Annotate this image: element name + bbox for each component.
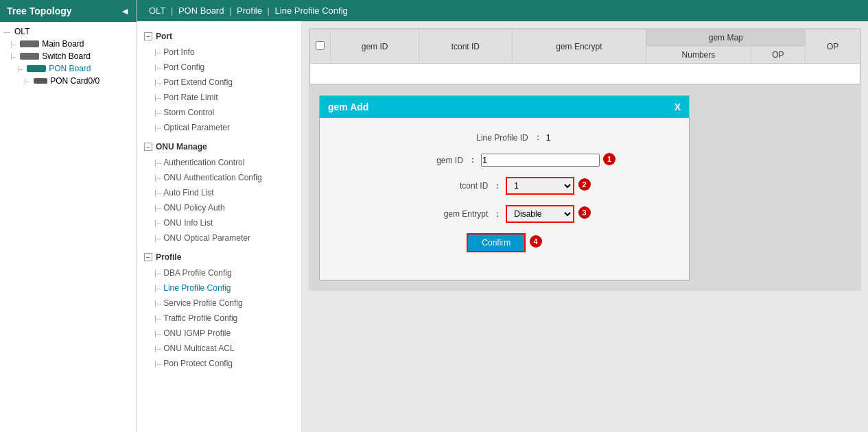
menu-item-service-profile[interactable]: Service Profile Config — [137, 296, 301, 311]
step-badge-2: 2 — [578, 178, 591, 191]
menu-item-port-info[interactable]: Port Info — [137, 45, 301, 60]
menu-item-storm-control[interactable]: Storm Control — [137, 105, 301, 120]
profile-collapse-icon: − — [144, 253, 152, 261]
modal-box: gem Add X Line Profile ID ： 1 — [319, 95, 690, 280]
confirm-button[interactable]: Confirm — [467, 233, 526, 252]
table-select-all-header — [310, 29, 331, 64]
tcont-id-select-wrap: 1 2 3 2 — [506, 177, 590, 195]
menu-item-pon-protect-config[interactable]: Pon Protect Config — [137, 356, 301, 371]
pon-board-label: PON Board — [49, 64, 91, 73]
modal-area: ForoISP gem Add X Line Pro — [309, 85, 861, 291]
profile-group-label: Profile — [156, 252, 181, 262]
tree-item-main-board[interactable]: |– Main Board — [0, 38, 137, 50]
pon-card-label: PON Card0/0 — [50, 76, 99, 86]
menu-item-dba-profile[interactable]: DBA Profile Config — [137, 265, 301, 280]
gem-id-colon: ： — [469, 154, 477, 166]
modal-wrapper: ForoISP gem Add X Line Pro — [319, 95, 851, 280]
sidebar-title: Tree Topology — [7, 5, 72, 16]
breadcrumb-olt: OLT — [149, 5, 165, 16]
select-all-checkbox[interactable] — [316, 41, 325, 50]
breadcrumb-sep-3: | — [268, 5, 272, 16]
menu-group-profile[interactable]: − Profile — [137, 249, 301, 265]
th-gem-encrypt: gem Encrypt — [512, 29, 646, 64]
tree-line-card: |– — [24, 77, 30, 85]
gem-entrypt-label: gem Entrypt — [418, 209, 493, 219]
step-badge-3: 3 — [578, 206, 591, 219]
menu-item-port-extend-config[interactable]: Port Extend Config — [137, 75, 301, 90]
menu-group-port[interactable]: − Port — [137, 28, 301, 45]
menu-item-onu-info-list[interactable]: ONU Info List — [137, 215, 301, 230]
olt-label: OLT — [14, 27, 30, 36]
breadcrumb-current: Line Profile Config — [275, 5, 348, 16]
menu-item-port-rate-limit[interactable]: Port Rate Limit — [137, 90, 301, 105]
left-menu: − Port Port Info Port Config Port Extend… — [137, 21, 302, 432]
confirm-button-wrap: Confirm 4 — [467, 233, 541, 252]
breadcrumb-sep-1: | — [171, 5, 176, 16]
th-gem-id: gem ID — [331, 29, 419, 64]
menu-item-auto-find-list[interactable]: Auto Find List — [137, 185, 301, 200]
tree-item-switch-board[interactable]: |– Switch Board — [0, 50, 137, 62]
sidebar-tree: — OLT |– Main Board |– Switch Board |– P… — [0, 22, 137, 432]
tcont-id-label: tcont ID — [418, 181, 493, 191]
menu-item-optical-parameter[interactable]: Optical Parameter — [137, 120, 301, 135]
modal-close-button[interactable]: X — [675, 101, 681, 112]
th-op: OP — [806, 29, 860, 64]
th-gem-map-numbers: Numbers — [646, 47, 751, 64]
menu-item-line-profile[interactable]: Line Profile Config — [137, 280, 301, 296]
menu-group-onu-manage[interactable]: − ONU Manage — [137, 139, 301, 155]
tcont-id-select[interactable]: 1 2 3 — [506, 177, 574, 195]
gem-entrypt-select[interactable]: Disable Enable — [506, 205, 574, 223]
gem-entrypt-row: gem Entrypt ： Disable Enable 3 — [340, 205, 668, 223]
breadcrumb-pon-board: PON Board — [178, 5, 224, 16]
main-content: OLT | PON Board | Profile | Line Profile… — [137, 0, 868, 432]
menu-item-onu-optical-param[interactable]: ONU Optical Parameter — [137, 230, 301, 245]
switch-board-label: Switch Board — [42, 51, 91, 61]
onu-manage-group-label: ONU Manage — [156, 142, 207, 152]
data-table-container: gem ID tcont ID gem Encrypt gem Map OP N… — [309, 28, 861, 85]
sidebar-header: Tree Topology ◄ — [0, 0, 137, 22]
menu-item-onu-auth-config[interactable]: ONU Authentication Config — [137, 170, 301, 185]
gem-id-input-wrap: 1 — [481, 154, 615, 167]
step-badge-4: 4 — [530, 235, 542, 248]
tree-line-main: |– — [10, 40, 16, 48]
breadcrumb-profile: Profile — [237, 5, 262, 16]
line-profile-value: 1 — [546, 133, 551, 143]
line-profile-row: Line Profile ID ： 1 — [340, 132, 668, 143]
modal-title-text: gem Add — [328, 101, 368, 112]
tree-item-olt[interactable]: — OLT — [0, 25, 137, 38]
content-area: − Port Port Info Port Config Port Extend… — [137, 21, 868, 432]
tree-line-switch: |– — [10, 53, 16, 60]
tcont-id-row: tcont ID ： 1 2 3 2 — [340, 177, 668, 195]
tree-line-olt: — — [3, 28, 10, 36]
menu-item-onu-policy-auth[interactable]: ONU Policy Auth — [137, 200, 301, 215]
line-profile-colon: ： — [534, 132, 542, 143]
tcont-id-colon: ： — [493, 180, 502, 192]
gem-table: gem ID tcont ID gem Encrypt gem Map OP N… — [309, 29, 860, 84]
pon-card-icon — [34, 78, 47, 84]
sidebar-collapse-button[interactable]: ◄ — [120, 5, 130, 16]
breadcrumb-sep-2: | — [229, 5, 234, 16]
line-profile-label: Line Profile ID — [458, 133, 534, 143]
onu-manage-collapse-icon: − — [144, 143, 152, 151]
tree-line-pon: |– — [17, 65, 23, 73]
th-tcont-id: tcont ID — [419, 29, 512, 64]
step-badge-1: 1 — [603, 153, 615, 165]
th-gem-map: gem Map — [646, 29, 806, 47]
menu-item-auth-control[interactable]: Authentication Control — [137, 155, 301, 170]
menu-item-traffic-profile[interactable]: Traffic Profile Config — [137, 311, 301, 326]
menu-item-onu-igmp-profile[interactable]: ONU IGMP Profile — [137, 326, 301, 341]
gem-id-input[interactable] — [481, 154, 600, 167]
gem-entrypt-select-wrap: Disable Enable 3 — [506, 205, 590, 223]
th-gem-map-op: OP — [751, 47, 806, 64]
modal-body: Line Profile ID ： 1 gem ID ： — [320, 118, 689, 280]
main-board-label: Main Board — [42, 39, 84, 49]
menu-item-port-config[interactable]: Port Config — [137, 60, 301, 75]
tree-item-pon-board[interactable]: |– PON Board — [0, 62, 137, 75]
menu-item-onu-multicast-acl[interactable]: ONU Multicast ACL — [137, 341, 301, 356]
tree-item-pon-card[interactable]: |– PON Card0/0 — [0, 75, 137, 87]
pon-board-icon — [27, 65, 46, 72]
main-board-icon — [20, 40, 39, 47]
breadcrumb: OLT | PON Board | Profile | Line Profile… — [137, 0, 868, 21]
gem-entrypt-colon: ： — [493, 208, 502, 220]
port-group-label: Port — [156, 32, 172, 41]
